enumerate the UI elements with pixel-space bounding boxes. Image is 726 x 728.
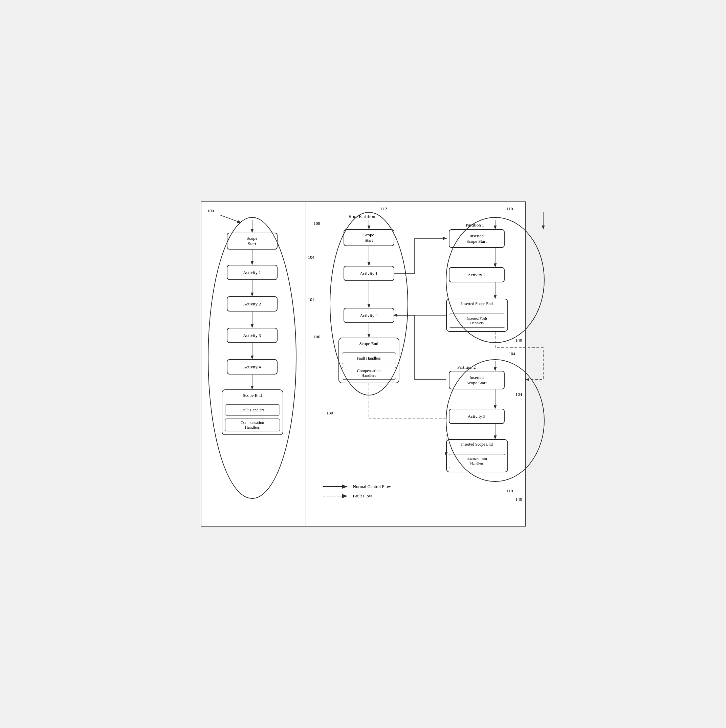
left-fault-handlers: Fault Handlers	[225, 404, 280, 416]
partition2-label: Partition 2	[457, 365, 476, 370]
svg-line-1	[220, 215, 240, 222]
left-scope-start: Scope Start	[227, 232, 278, 249]
normal-flow-legend: Normal Control Flow	[323, 484, 391, 489]
ref-108: 108	[314, 221, 320, 226]
fault-flow-legend: Fault Flow	[323, 493, 391, 499]
ref-110a: 110	[506, 206, 513, 212]
svg-point-0	[208, 217, 296, 499]
right-ins-fault2: Inserted Fault Handlers	[449, 454, 505, 468]
left-panel: 100 Scope Start Activity 1 Activity 2 Ac…	[201, 202, 306, 526]
ref-110b: 110	[506, 488, 513, 494]
right-ins-fault1: Inserted Fault Handlers	[449, 314, 505, 328]
ref-112: 112	[381, 206, 387, 212]
mid-fault-handlers: Fault Handlers	[342, 352, 396, 364]
mid-activity4: Activity 4	[343, 308, 394, 323]
mid-scope-end-group: Scope End Fault Handlers Compensation Ha…	[339, 338, 400, 383]
right-ins-scope-start2: Inserted Scope Start	[449, 371, 505, 389]
left-scope-end-group: Scope End Fault Handlers Compensation Ha…	[222, 389, 283, 435]
left-activity1: Activity 1	[227, 265, 278, 280]
ref-104a: 104	[308, 255, 315, 260]
main-diagram: 100 Scope Start Activity 1 Activity 2 Ac…	[201, 202, 526, 526]
ref-106: 106	[314, 334, 320, 340]
mid-compensation-handlers: Compensation Handlers	[342, 367, 396, 379]
ref-104b: 104	[308, 297, 315, 302]
left-activity3: Activity 3	[227, 328, 278, 343]
partition1-label: Partition 1	[466, 222, 484, 228]
right-activity3: Activity 3	[449, 409, 505, 424]
ref-140b: 140	[516, 497, 522, 502]
legend: Normal Control Flow Fault Flow	[323, 484, 391, 499]
fault-flow-label: Fault Flow	[353, 493, 372, 499]
right-activity2: Activity 2	[449, 267, 505, 282]
left-activity2: Activity 2	[227, 296, 278, 312]
left-compensation-handlers: Compensation Handlers	[225, 419, 280, 431]
mid-activity1: Activity 1	[343, 266, 394, 281]
ref-100: 100	[207, 208, 214, 214]
right-ins-scope-end1-group: Inserted Scope End Inserted Fault Handle…	[446, 299, 508, 332]
ref-140a: 140	[516, 338, 522, 343]
right-ins-scope-start1: Inserted Scope Start	[449, 229, 505, 248]
right-panel: 110 108 112 104 104 106 104 104 120 130 …	[306, 202, 525, 526]
normal-flow-label: Normal Control Flow	[353, 484, 391, 489]
ref-104c: 104	[509, 351, 516, 356]
left-activity4: Activity 4	[227, 359, 278, 375]
ref-130: 130	[326, 410, 333, 416]
ref-104d: 104	[516, 392, 522, 397]
mid-scope-start: Scope Start	[343, 229, 394, 246]
right-ins-scope-end2-group: Inserted Scope End Inserted Fault Handle…	[446, 439, 508, 473]
root-partition-label: Root Partition	[349, 214, 375, 219]
